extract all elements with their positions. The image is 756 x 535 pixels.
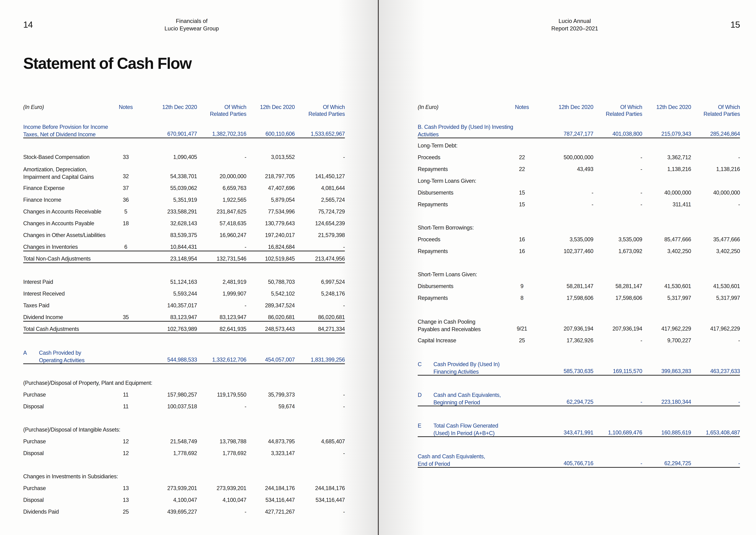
- row-notes: 16: [505, 236, 539, 243]
- row-value: 157,980,257: [143, 391, 197, 398]
- row-value: 23,148,954: [143, 256, 197, 262]
- rule-line: [23, 262, 345, 263]
- row-label-line: Activities: [418, 131, 505, 138]
- row-value: 2,565,724: [295, 197, 345, 203]
- row-value: 77,534,996: [246, 209, 295, 215]
- row-value: 1,533,652,967: [295, 123, 345, 138]
- gutter-shadow-left: [338, 0, 378, 535]
- row-value: 54,338,701: [143, 166, 197, 181]
- row-label-line: Cash and Cash Equivalents,: [418, 391, 505, 399]
- row-value: 417,962,229: [691, 318, 740, 333]
- row-label: Repayments: [418, 166, 505, 172]
- rule-line: [23, 363, 345, 364]
- section-row: DCash and Cash Equivalents,Beginning of …: [418, 391, 740, 410]
- row-value: 207,936,194: [539, 318, 593, 333]
- row-notes: 5: [109, 209, 143, 215]
- row-value: 248,573,443: [246, 326, 295, 332]
- row-value: 311,411: [642, 201, 691, 208]
- row-value: 3,535,009: [593, 236, 642, 243]
- col-header-line: Related Parties: [197, 110, 246, 117]
- row-value: 102,519,845: [246, 256, 295, 262]
- table-row: Changes in Accounts Payable1832,628,1435…: [23, 220, 345, 232]
- row-notes: 9/21: [505, 318, 539, 333]
- row-value: 21,579,398: [295, 232, 345, 239]
- row-value: 75,724,729: [295, 209, 345, 215]
- table-row: Changes in Other Assets/Liabilities83,53…: [23, 232, 345, 244]
- rule-line: [418, 467, 740, 468]
- row-label: Total Non-Cash Adjustments: [23, 256, 109, 262]
- row-value: 3,013,552: [246, 154, 295, 160]
- row-value: 439,695,227: [143, 509, 197, 515]
- row-label-line: Beginning of Period: [418, 399, 505, 406]
- row-value: -: [295, 154, 345, 160]
- table-row: Dividend Income3583,123,94783,123,94786,…: [23, 314, 345, 326]
- row-value: 40,000,000: [642, 189, 691, 196]
- table-row: Stock-Based Compensation331,090,405-3,01…: [23, 154, 345, 166]
- table-row: Repayments15--311,411-: [418, 201, 740, 213]
- row-value: 17,598,606: [593, 295, 642, 301]
- row-label: Interest Received: [23, 291, 109, 297]
- row-label-line: Payables and Receivables: [418, 325, 505, 333]
- row-value: 4,081,644: [295, 185, 345, 191]
- row-label: Cash and Cash Equivalents,End of Period: [418, 453, 505, 467]
- row-label: Dividends Paid: [23, 509, 109, 515]
- row-value: 233,588,291: [143, 209, 197, 215]
- row-value: 1,332,612,706: [197, 349, 246, 364]
- row-label: Purchase: [23, 485, 109, 492]
- col-header-related-1: Of Which Related Parties: [197, 104, 246, 117]
- row-value: 5,542,102: [246, 291, 295, 297]
- rule-line: [418, 137, 740, 138]
- row-label-line: Total Cash Flow Generated: [418, 422, 505, 429]
- row-value: 1,831,399,256: [295, 349, 345, 364]
- row-value: 62,294,725: [539, 391, 593, 406]
- row-label: Proceeds: [418, 154, 505, 161]
- col-header-date-2: 12th Dec 2020: [246, 104, 295, 117]
- table-row: Amortization, Depreciation,Impairment an…: [23, 166, 345, 185]
- row-value: 1,100,689,476: [593, 422, 642, 437]
- row-value: 1,999,907: [197, 291, 246, 297]
- table-row: Disposal121,778,6921,778,6923,323,147-: [23, 450, 345, 462]
- row-value: 124,654,239: [295, 220, 345, 227]
- row-label-line: Cash Provided by: [23, 349, 109, 356]
- row-label: Income Before Provision for IncomeTaxes,…: [23, 123, 109, 138]
- row-label: Long-Term Loans Given:: [418, 178, 740, 184]
- row-value: 585,730,635: [539, 360, 593, 376]
- row-notes: 12: [109, 438, 143, 445]
- row-label: Disbursements: [418, 189, 505, 196]
- subheader-row: Long-Term Loans Given:: [418, 178, 740, 189]
- col-header-line: Of Which: [691, 104, 740, 110]
- row-value: 343,471,991: [539, 422, 593, 437]
- row-value: 119,179,550: [197, 391, 246, 398]
- row-value: 9,700,227: [642, 337, 691, 344]
- row-notes: 32: [109, 166, 143, 181]
- table-row: Disposal134,100,0474,100,047534,116,4475…: [23, 497, 345, 509]
- row-notes: 9: [505, 283, 539, 290]
- section-row: Cash and Cash Equivalents,End of Period4…: [418, 453, 740, 472]
- row-label: ETotal Cash Flow Generated(Used) In Peri…: [418, 422, 505, 437]
- section-row: ETotal Cash Flow Generated(Used) In Peri…: [418, 422, 740, 441]
- row-label-line: Taxes, Net of Dividend Income: [23, 131, 109, 138]
- row-value: 207,936,194: [593, 318, 642, 333]
- row-value: 3,402,250: [691, 248, 740, 254]
- row-notes: 22: [505, 166, 539, 172]
- row-label-line: Cash Provided By (Used In): [418, 360, 505, 368]
- row-value: -: [691, 337, 740, 344]
- row-notes: 36: [109, 197, 143, 203]
- row-value: -: [295, 509, 345, 515]
- row-value: 600,110,606: [246, 123, 295, 138]
- row-label: Purchase: [23, 391, 109, 398]
- running-head-line-2: Lucio Eyewear Group: [143, 25, 241, 32]
- cash-flow-table-right: (In Euro) Notes 12th Dec 2020 Of Which R…: [418, 104, 740, 472]
- row-value: 213,474,956: [295, 256, 345, 262]
- section-row: ACash Provided byOperating Activities544…: [23, 349, 345, 368]
- page-title: Statement of Cash Flow: [23, 55, 191, 72]
- row-value: 102,763,989: [143, 326, 197, 332]
- col-header-notes: Notes: [109, 104, 143, 117]
- row-value: -: [593, 391, 642, 406]
- col-header-date-2: 12th Dec 2020: [642, 104, 691, 117]
- row-value: 4,685,407: [295, 438, 345, 445]
- row-label: Dividend Income: [23, 314, 109, 321]
- page-15: 15 Lucio Annual Report 2020–2021 (In Eur…: [418, 0, 740, 535]
- row-value: 59,674: [246, 403, 295, 410]
- table-row: Purchase1221,548,74913,798,78844,873,795…: [23, 438, 345, 450]
